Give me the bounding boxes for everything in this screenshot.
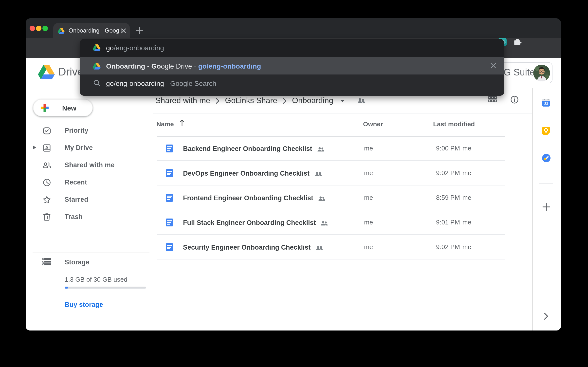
gsuite-label: G Suite: [504, 67, 535, 78]
shared-people-icon: [316, 245, 323, 251]
my-drive-icon: [42, 143, 51, 152]
right-panel-divider: [532, 88, 533, 330]
expand-caret-icon[interactable]: [33, 146, 36, 149]
new-button-label: New: [62, 104, 76, 112]
google-docs-icon: [166, 194, 173, 202]
column-header-last-modified[interactable]: Last modified: [433, 120, 475, 128]
storage-progress-fill: [65, 287, 68, 289]
sidebar-nav: Priority My Drive Shared with me: [26, 122, 150, 225]
sidebar-item-trash[interactable]: Trash: [26, 208, 150, 225]
tab-strip: Onboarding - Google Drive: [26, 18, 561, 38]
sidebar-divider: [33, 253, 149, 253]
puzzle-extension-icon[interactable]: [514, 38, 522, 46]
shared-people-icon: [321, 220, 328, 226]
column-header-owner[interactable]: Owner: [363, 120, 383, 128]
zoom-window-button[interactable]: [42, 25, 48, 31]
omnibox-popup: go/eng-onboarding Onboarding - Google Dr…: [80, 39, 504, 96]
tab-close-icon[interactable]: [121, 28, 126, 34]
new-tab-button[interactable]: [135, 26, 144, 35]
file-name[interactable]: Backend Engineer Onboarding Checklist: [183, 145, 312, 152]
sidebar-item-shared-with-me[interactable]: Shared with me: [26, 156, 150, 174]
suggestion-google-search[interactable]: go/eng-onboarding - Google Search: [80, 74, 504, 92]
shared-people-icon: [314, 171, 322, 177]
tab-onboarding[interactable]: Onboarding - Google Drive: [53, 23, 130, 38]
google-drive-icon: [58, 27, 65, 34]
chevron-right-icon[interactable]: [543, 312, 550, 320]
file-owner: me: [364, 145, 373, 152]
file-table-header: Name Owner Last modified: [26, 113, 561, 136]
sidebar-item-storage[interactable]: Storage: [26, 254, 150, 271]
add-panel-plus-icon[interactable]: [542, 203, 551, 211]
file-modified: 9:02 PMme: [436, 169, 471, 177]
trash-icon: [42, 212, 51, 221]
tab-title: Onboarding - Google Drive: [69, 27, 122, 34]
file-name[interactable]: DevOps Engineer Onboarding Checklist: [183, 169, 310, 177]
buy-storage-link[interactable]: Buy storage: [65, 301, 103, 308]
close-window-button[interactable]: [29, 25, 35, 31]
google-drive-logo[interactable]: [38, 65, 55, 79]
calendar-icon[interactable]: 31: [542, 99, 550, 107]
text-cursor: [165, 44, 165, 52]
file-modified: 8:59 PMme: [436, 194, 471, 201]
search-icon: [93, 79, 101, 87]
file-modified: 9:02 PMme: [436, 243, 471, 251]
storage-usage-text: 1.3 GB of 30 GB used: [65, 276, 127, 283]
screen: Onboarding - Google Drive: [0, 0, 588, 367]
folder-menu-caret-icon[interactable]: [340, 99, 345, 102]
file-modified: 9:00 PMme: [436, 145, 471, 152]
file-name[interactable]: Security Engineer Onboarding Checklist: [183, 243, 311, 251]
file-owner: me: [364, 194, 373, 201]
right-panel-mini-divider: [539, 183, 553, 184]
file-owner: me: [364, 243, 373, 251]
chevron-right-icon: [216, 97, 220, 104]
account-avatar[interactable]: [533, 65, 550, 81]
sidebar-item-starred[interactable]: Starred: [26, 191, 150, 208]
google-docs-icon: [166, 243, 173, 251]
clock-icon: [42, 178, 51, 187]
google-docs-icon: [166, 219, 173, 226]
url-typed-text: go: [106, 44, 114, 52]
info-icon[interactable]: [510, 95, 519, 104]
shared-people-icon: [317, 147, 325, 152]
tasks-icon[interactable]: [542, 154, 551, 162]
breadcrumb-golinks-share[interactable]: GoLinks Share: [225, 96, 277, 105]
google-drive-icon: [93, 62, 101, 70]
file-modified: 9:01 PMme: [436, 219, 471, 226]
file-name[interactable]: Frontend Engineer Onboarding Checklist: [183, 194, 313, 202]
url-completion-text: /eng-onboarding: [114, 44, 164, 52]
file-row[interactable]: Frontend Engineer Onboarding Checklist m…: [157, 185, 505, 210]
grid-view-icon[interactable]: [488, 96, 497, 103]
file-owner: me: [364, 219, 373, 226]
google-docs-icon: [166, 169, 173, 177]
sort-ascending-icon[interactable]: [179, 119, 185, 126]
breadcrumb-shared-with-me[interactable]: Shared with me: [155, 96, 210, 105]
url-input[interactable]: go/eng-onboarding: [80, 39, 504, 57]
google-drive-icon: [93, 44, 101, 52]
file-row[interactable]: Full Stack Engineer Onboarding Checklist…: [157, 210, 505, 235]
people-icon: [42, 161, 51, 169]
file-row[interactable]: DevOps Engineer Onboarding Checklist me …: [157, 161, 505, 185]
minimize-window-button[interactable]: [36, 25, 41, 31]
gsuite-account-pill[interactable]: G Suite: [498, 62, 552, 83]
file-row[interactable]: Security Engineer Onboarding Checklist m…: [157, 235, 505, 259]
file-row[interactable]: Backend Engineer Onboarding Checklist me…: [157, 136, 505, 161]
keep-icon[interactable]: [542, 127, 550, 135]
google-docs-icon: [166, 145, 173, 152]
browser-window: Onboarding - Google Drive: [26, 18, 561, 330]
storage-progress-bar: [65, 287, 146, 289]
sidebar-item-recent[interactable]: Recent: [26, 174, 150, 191]
chevron-right-icon: [283, 97, 287, 104]
drive-page: Drive G Suite New: [26, 58, 561, 330]
file-name[interactable]: Full Stack Engineer Onboarding Checklist: [183, 219, 316, 226]
breadcrumb-onboarding[interactable]: Onboarding: [292, 96, 333, 105]
remove-suggestion-icon[interactable]: [490, 63, 496, 69]
sidebar-item-my-drive[interactable]: My Drive: [26, 139, 150, 156]
suggestion-drive-result[interactable]: Onboarding - Google Drive - go/eng-onboa…: [80, 57, 504, 74]
calendar-day: 31: [542, 100, 550, 107]
shared-people-icon: [318, 196, 326, 201]
star-icon: [42, 195, 51, 204]
column-header-name[interactable]: Name: [156, 120, 174, 128]
storage-icon: [42, 258, 51, 267]
file-owner: me: [364, 169, 373, 177]
multicolor-plus-icon: [40, 104, 49, 112]
